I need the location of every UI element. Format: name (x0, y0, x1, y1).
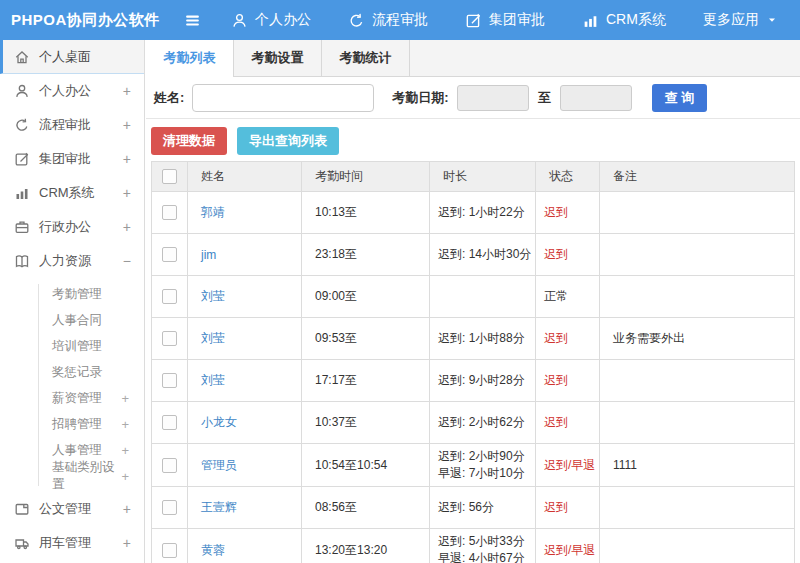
status-cell: 迟到/早退 (536, 529, 600, 563)
sidebar-item-集团审批[interactable]: 集团审批+ (0, 142, 144, 176)
row-checkbox[interactable] (162, 415, 177, 430)
table-row: 刘莹09:53至迟到: 1小时88分迟到业务需要外出 (152, 318, 795, 360)
duration-cell: 迟到: 5小时33分早退: 4小时67分 (430, 529, 536, 563)
note-cell (600, 234, 795, 276)
book-icon (14, 253, 30, 269)
name-cell: 刘莹 (188, 276, 302, 318)
expand-toggle[interactable]: + (123, 536, 131, 550)
duration-cell: 迟到: 56分 (430, 487, 536, 529)
sidebar-item-label: 考勤管理 (52, 286, 102, 303)
sidebar-subitem-奖惩记录[interactable]: 奖惩记录 (0, 359, 144, 385)
expand-toggle[interactable]: + (123, 220, 131, 234)
tab-考勤列表[interactable]: 考勤列表 (146, 40, 234, 77)
expand-toggle[interactable]: + (121, 470, 129, 483)
table-row: 王壹辉08:56至迟到: 56分迟到 (152, 487, 795, 529)
attendance-time-cell: 10:37至 (302, 402, 430, 444)
status-badge: 迟到 (544, 331, 568, 345)
sidebar-item-用车管理[interactable]: 用车管理+ (0, 526, 144, 560)
expand-toggle[interactable]: + (121, 418, 129, 431)
sidebar-item-公文管理[interactable]: 公文管理+ (0, 492, 144, 526)
sidebar-subitem-招聘管理[interactable]: 招聘管理+ (0, 411, 144, 437)
date-to-input[interactable] (560, 85, 632, 111)
employee-name-link[interactable]: jim (201, 248, 216, 262)
date-from-input[interactable] (457, 85, 529, 111)
duration-cell: 迟到: 9小时28分 (430, 360, 536, 402)
sidebar-subitem-考勤管理[interactable]: 考勤管理 (0, 281, 144, 307)
employee-name-link[interactable]: 黄蓉 (201, 543, 225, 557)
row-checkbox-cell (152, 487, 188, 529)
select-all-checkbox[interactable] (162, 169, 177, 184)
hamburger-menu-icon[interactable] (183, 12, 203, 29)
employee-name-link[interactable]: 王壹辉 (201, 500, 237, 514)
row-checkbox[interactable] (162, 373, 177, 388)
clear-data-button[interactable]: 清理数据 (151, 127, 227, 155)
expand-toggle[interactable]: + (121, 444, 129, 457)
note-cell (600, 487, 795, 529)
expand-toggle[interactable]: + (123, 152, 131, 166)
sidebar-item-CRM系统[interactable]: CRM系统+ (0, 176, 144, 210)
home-icon (14, 49, 30, 65)
nav-item-集团审批[interactable]: 集团审批 (465, 11, 545, 29)
expand-toggle[interactable]: + (121, 392, 129, 405)
status-cell: 迟到/早退 (536, 444, 600, 487)
row-checkbox[interactable] (162, 205, 177, 220)
name-cell: jim (188, 234, 302, 276)
duration-line: 迟到: 14小时30分 (438, 246, 533, 263)
nav-item-更多应用[interactable]: 更多应用 (703, 11, 778, 29)
nav-item-label: 更多应用 (703, 11, 759, 29)
row-checkbox[interactable] (162, 247, 177, 262)
note-cell: 1111 (600, 444, 795, 487)
nav-item-CRM系统[interactable]: CRM系统 (582, 11, 666, 29)
employee-name-link[interactable]: 刘莹 (201, 373, 225, 387)
sidebar-item-label: 人力资源 (39, 252, 123, 270)
status-badge: 迟到 (544, 373, 568, 387)
sidebar-item-label: 招聘管理 (52, 416, 102, 433)
sidebar-subitem-薪资管理[interactable]: 薪资管理+ (0, 385, 144, 411)
status-cell: 迟到 (536, 487, 600, 529)
name-cell: 刘莹 (188, 318, 302, 360)
column-header: 备注 (600, 162, 795, 192)
row-checkbox[interactable] (162, 500, 177, 515)
employee-name-link[interactable]: 小龙女 (201, 415, 237, 429)
employee-name-link[interactable]: 刘莹 (201, 331, 225, 345)
status-badge: 迟到/早退 (544, 458, 595, 472)
sidebar-item-label: 个人桌面 (39, 48, 131, 66)
sidebar-subitem-培训管理[interactable]: 培训管理 (0, 333, 144, 359)
row-checkbox-cell (152, 318, 188, 360)
sidebar-item-行政办公[interactable]: 行政办公+ (0, 210, 144, 244)
row-checkbox-cell (152, 276, 188, 318)
sidebar-item-流程审批[interactable]: 流程审批+ (0, 108, 144, 142)
nav-item-label: 个人办公 (255, 11, 311, 29)
expand-toggle[interactable]: − (123, 254, 131, 268)
row-checkbox[interactable] (162, 543, 177, 558)
nav-item-流程审批[interactable]: 流程审批 (348, 11, 428, 29)
employee-name-link[interactable]: 刘莹 (201, 289, 225, 303)
expand-toggle[interactable]: + (123, 186, 131, 200)
expand-toggle[interactable]: + (123, 502, 131, 516)
attendance-time-cell: 17:17至 (302, 360, 430, 402)
row-checkbox[interactable] (162, 331, 177, 346)
query-button[interactable]: 查 询 (652, 84, 708, 112)
process-icon (348, 12, 365, 29)
sidebar-item-label: 集团审批 (39, 150, 123, 168)
expand-toggle[interactable]: + (123, 84, 131, 98)
sidebar-item-label: CRM系统 (39, 184, 123, 202)
employee-name-link[interactable]: 郭靖 (201, 205, 225, 219)
nav-item-个人办公[interactable]: 个人办公 (231, 11, 311, 29)
row-checkbox[interactable] (162, 289, 177, 304)
sidebar-subitem-基础类别设置[interactable]: 基础类别设置+ (0, 463, 144, 489)
sidebar-subitem-人事合同[interactable]: 人事合同 (0, 307, 144, 333)
sidebar-item-个人桌面[interactable]: 个人桌面 (0, 40, 144, 74)
tab-考勤设置[interactable]: 考勤设置 (234, 40, 322, 76)
employee-name-link[interactable]: 管理员 (201, 458, 237, 472)
sidebar-item-个人办公[interactable]: 个人办公+ (0, 74, 144, 108)
duration-line: 迟到: 2小时62分 (438, 414, 533, 431)
expand-toggle[interactable]: + (123, 118, 131, 132)
table-row: 黄蓉13:20至13:20迟到: 5小时33分早退: 4小时67分迟到/早退 (152, 529, 795, 563)
tab-考勤统计[interactable]: 考勤统计 (322, 40, 410, 76)
name-input[interactable] (192, 84, 374, 112)
row-checkbox[interactable] (162, 458, 177, 473)
duration-cell: 迟到: 14小时30分 (430, 234, 536, 276)
sidebar-item-人力资源[interactable]: 人力资源− (0, 244, 144, 278)
export-list-button[interactable]: 导出查询列表 (237, 127, 339, 155)
